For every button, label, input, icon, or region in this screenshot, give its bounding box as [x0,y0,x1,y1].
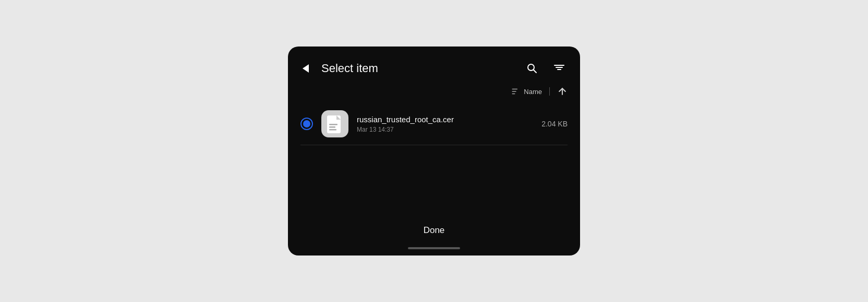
home-indicator [408,247,460,249]
file-info: russian_trusted_root_ca.cer Mar 13 14:37 [357,115,533,133]
file-icon [321,110,348,137]
file-size: 2.04 KB [541,120,568,128]
sort-divider [549,87,550,96]
select-item-modal: Select item [288,47,580,255]
sort-label-group[interactable]: Name [511,87,542,96]
file-name: russian_trusted_root_ca.cer [357,115,533,124]
file-radio-button[interactable] [300,118,313,130]
done-section: Done [288,212,580,255]
file-item[interactable]: russian_trusted_root_ca.cer Mar 13 14:37… [288,103,580,145]
sort-label: Name [524,88,542,96]
file-date: Mar 13 14:37 [357,126,533,133]
svg-rect-11 [329,124,337,125]
certificate-file-icon [326,113,344,134]
svg-rect-12 [329,126,335,128]
search-icon [526,62,538,75]
filter-button[interactable] [551,60,568,77]
modal-header: Select item [288,47,580,84]
search-button[interactable] [524,60,540,77]
sort-by-icon [511,87,521,96]
back-chevron-icon [303,64,309,73]
header-actions [524,60,568,77]
done-button[interactable]: Done [300,220,568,241]
modal-title: Select item [321,62,517,75]
svg-rect-13 [329,129,336,131]
sort-bar: Name [288,84,580,101]
file-list: russian_trusted_root_ca.cer Mar 13 14:37… [288,101,580,212]
file-separator [300,145,568,145]
sort-direction-button[interactable] [557,86,568,97]
svg-line-1 [534,70,537,73]
radio-selected-indicator [303,120,310,127]
back-button[interactable] [296,59,315,78]
filter-icon [553,62,565,75]
sort-ascending-icon [557,86,568,97]
